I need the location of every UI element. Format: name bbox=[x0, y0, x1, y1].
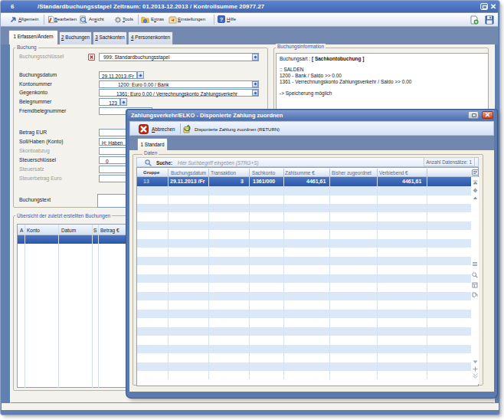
svg-text:?: ? bbox=[220, 16, 224, 23]
